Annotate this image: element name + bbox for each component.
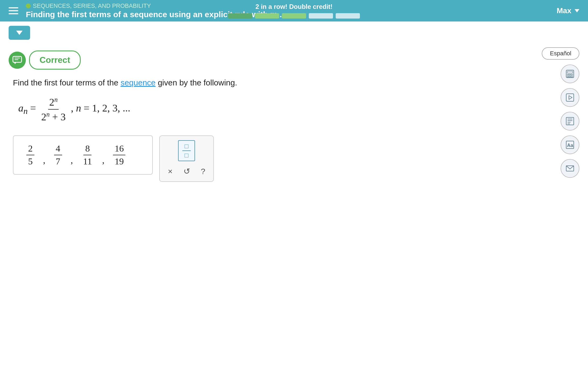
svg-rect-4 <box>567 71 573 73</box>
subheader: Español <box>0 21 588 44</box>
video-button[interactable] <box>561 88 579 107</box>
progress-seg-3 <box>282 13 306 19</box>
formula-domain: , n = 1, 2, 3, ... <box>71 102 130 114</box>
fraction-4-den: 19 <box>113 155 125 167</box>
toolbar-top: □ □ <box>165 140 208 161</box>
fraction-4: 16 19 <box>113 143 125 167</box>
svg-rect-7 <box>571 74 573 75</box>
app-header: SEQUENCES, SERIES, AND PROBABILITY Findi… <box>0 0 588 21</box>
svg-rect-9 <box>569 76 571 77</box>
font-icon: Aa <box>565 140 575 150</box>
progress-bar <box>228 13 360 19</box>
fraction-row: 2 5 , 4 7 , 8 11 , 16 19 <box>26 143 139 167</box>
answer-area: 2 5 , 4 7 , 8 11 , 16 19 <box>13 135 575 182</box>
dropdown-chevron-icon <box>16 31 23 35</box>
font-button[interactable]: Aa <box>561 135 579 154</box>
fraction-3-den: 11 <box>82 155 94 167</box>
svg-marker-12 <box>569 96 572 99</box>
header-center: 2 in a row! Double credit! <box>228 3 360 19</box>
fraction-2-den: 7 <box>54 155 62 167</box>
progress-seg-1 <box>228 13 252 19</box>
correct-badge: Correct <box>9 51 579 70</box>
fraction-1-num: 2 <box>26 143 34 155</box>
clear-button[interactable]: × <box>165 165 175 177</box>
streak-text: 2 in a row! Double credit! <box>256 3 333 10</box>
toolbar-bottom: × ↺ ? <box>165 165 208 177</box>
reference-button[interactable] <box>561 112 579 131</box>
fraction-3: 8 11 <box>82 143 94 167</box>
formula-block: an = 2n 2n + 3 , n = 1, 2, 3, ... <box>18 96 575 123</box>
mail-button[interactable] <box>561 159 579 178</box>
svg-rect-5 <box>567 74 569 75</box>
book-icon <box>565 116 575 126</box>
fraction-4-num: 16 <box>113 143 125 155</box>
formula-numerator: 2n <box>48 96 59 110</box>
espanol-button[interactable]: Español <box>542 47 579 60</box>
topic-dot <box>26 3 31 8</box>
user-chevron-icon <box>575 9 579 12</box>
svg-text:Aa: Aa <box>567 143 573 148</box>
progress-seg-5 <box>336 13 360 19</box>
question-text: Find the first four terms of the sequenc… <box>13 78 575 87</box>
fraction-input-button[interactable]: □ □ <box>178 140 195 161</box>
sep-1: , <box>43 155 45 167</box>
toolbar-popup: □ □ × ↺ ? <box>159 135 214 182</box>
undo-button[interactable]: ↺ <box>181 165 193 177</box>
progress-seg-4 <box>309 13 333 19</box>
calculator-icon <box>565 69 575 79</box>
fraction-1-den: 5 <box>27 155 34 167</box>
main-content: Find the first four terms of the sequenc… <box>0 78 588 182</box>
play-icon <box>565 93 575 102</box>
formula-denominator: 2n + 3 <box>40 110 67 123</box>
comment-icon <box>12 55 23 66</box>
calculator-button[interactable] <box>561 64 579 83</box>
fraction-2: 4 7 <box>54 143 62 167</box>
fraction-2-num: 4 <box>54 143 62 155</box>
fraction-1: 2 5 <box>26 143 34 167</box>
svg-rect-11 <box>566 94 574 101</box>
help-button[interactable]: ? <box>198 165 208 177</box>
svg-rect-6 <box>569 74 571 75</box>
correct-label: Correct <box>29 51 81 70</box>
fraction-denominator-slot: □ <box>182 151 191 159</box>
correct-icon <box>9 52 26 69</box>
dropdown-button[interactable] <box>9 26 30 40</box>
user-menu[interactable]: Max <box>557 6 579 15</box>
formula-an: an = <box>18 102 38 114</box>
mail-icon <box>565 164 575 173</box>
svg-rect-8 <box>567 76 569 77</box>
formula-fraction: 2n 2n + 3 <box>40 96 67 123</box>
fraction-3-num: 8 <box>83 143 91 155</box>
sep-3: , <box>102 155 105 167</box>
hamburger-menu[interactable] <box>9 7 18 14</box>
header-right: Max <box>557 6 579 15</box>
svg-rect-10 <box>571 76 573 77</box>
right-sidebar: Aa <box>561 64 579 178</box>
fraction-numerator-slot: □ <box>182 142 191 151</box>
sequence-link[interactable]: sequence <box>121 78 155 87</box>
answer-box: 2 5 , 4 7 , 8 11 , 16 19 <box>13 135 153 175</box>
progress-seg-2 <box>255 13 279 19</box>
sep-2: , <box>71 155 73 167</box>
